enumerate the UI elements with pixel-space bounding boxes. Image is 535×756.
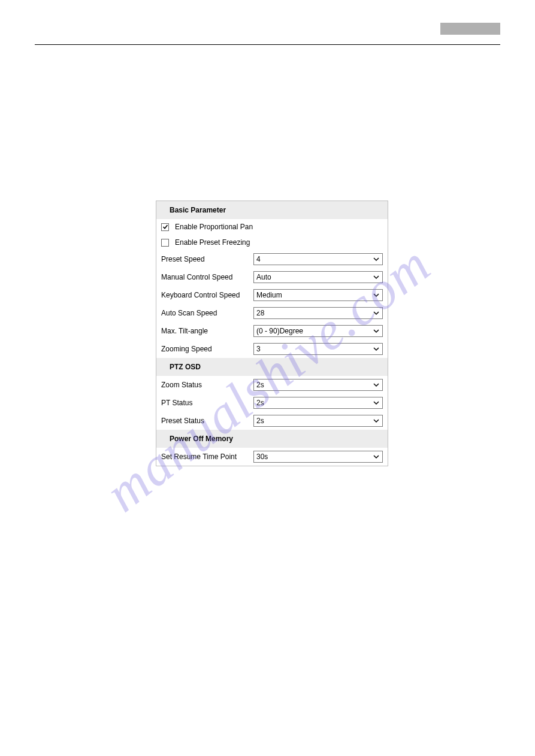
label-keyboard-control-speed: Keyboard Control Speed bbox=[161, 291, 250, 299]
select-zooming-speed[interactable]: 3 bbox=[253, 343, 383, 355]
select-preset-status[interactable]: 2s bbox=[253, 415, 383, 427]
row-enable-preset-freezing: Enable Preset Freezing bbox=[156, 235, 388, 250]
select-manual-control-speed[interactable]: Auto bbox=[253, 271, 383, 283]
chevron-down-icon bbox=[373, 311, 380, 315]
value-max-tilt-angle: (0 - 90)Degree bbox=[256, 327, 303, 335]
row-auto-scan-speed: Auto Scan Speed 28 bbox=[156, 304, 388, 322]
label-manual-control-speed: Manual Control Speed bbox=[161, 273, 250, 281]
value-pt-status: 2s bbox=[256, 399, 264, 407]
value-manual-control-speed: Auto bbox=[256, 273, 271, 281]
checkbox-enable-proportional-pan[interactable] bbox=[161, 223, 169, 231]
row-preset-speed: Preset Speed 4 bbox=[156, 250, 388, 268]
chevron-down-icon bbox=[373, 454, 380, 459]
value-preset-speed: 4 bbox=[256, 255, 261, 263]
chevron-down-icon bbox=[373, 275, 380, 280]
label-max-tilt-angle: Max. Tilt-angle bbox=[161, 327, 250, 335]
value-zooming-speed: 3 bbox=[256, 345, 261, 353]
checkbox-enable-preset-freezing[interactable] bbox=[161, 239, 169, 247]
label-preset-status: Preset Status bbox=[161, 417, 250, 425]
value-zoom-status: 2s bbox=[256, 381, 264, 389]
label-enable-preset-freezing: Enable Preset Freezing bbox=[175, 238, 250, 247]
select-max-tilt-angle[interactable]: (0 - 90)Degree bbox=[253, 325, 383, 337]
chevron-down-icon bbox=[373, 329, 380, 333]
chevron-down-icon bbox=[373, 418, 380, 423]
select-zoom-status[interactable]: 2s bbox=[253, 379, 383, 391]
label-preset-speed: Preset Speed bbox=[161, 255, 250, 263]
value-auto-scan-speed: 28 bbox=[256, 309, 264, 317]
row-pt-status: PT Status 2s bbox=[156, 394, 388, 412]
chevron-down-icon bbox=[373, 400, 380, 405]
row-max-tilt-angle: Max. Tilt-angle (0 - 90)Degree bbox=[156, 322, 388, 340]
settings-panel: Basic Parameter Enable Proportional Pan … bbox=[156, 201, 388, 466]
select-pt-status[interactable]: 2s bbox=[253, 397, 383, 409]
value-keyboard-control-speed: Medium bbox=[256, 291, 282, 299]
row-manual-control-speed: Manual Control Speed Auto bbox=[156, 268, 388, 286]
value-set-resume-time-point: 30s bbox=[256, 453, 268, 461]
chevron-down-icon bbox=[373, 293, 380, 297]
chevron-down-icon bbox=[373, 347, 380, 351]
row-keyboard-control-speed: Keyboard Control Speed Medium bbox=[156, 286, 388, 304]
page-header-bar bbox=[440, 23, 500, 35]
section-header-basic: Basic Parameter bbox=[156, 201, 388, 219]
row-zoom-status: Zoom Status 2s bbox=[156, 376, 388, 394]
section-header-power-off: Power Off Memory bbox=[156, 430, 388, 448]
select-set-resume-time-point[interactable]: 30s bbox=[253, 451, 383, 463]
label-enable-proportional-pan: Enable Proportional Pan bbox=[175, 223, 253, 231]
section-header-ptz-osd: PTZ OSD bbox=[156, 358, 388, 376]
label-set-resume-time-point: Set Resume Time Point bbox=[161, 453, 250, 461]
label-zooming-speed: Zooming Speed bbox=[161, 345, 250, 353]
label-zoom-status: Zoom Status bbox=[161, 381, 250, 389]
value-preset-status: 2s bbox=[256, 417, 264, 425]
select-auto-scan-speed[interactable]: 28 bbox=[253, 307, 383, 319]
row-zooming-speed: Zooming Speed 3 bbox=[156, 340, 388, 358]
select-keyboard-control-speed[interactable]: Medium bbox=[253, 289, 383, 301]
row-set-resume-time-point: Set Resume Time Point 30s bbox=[156, 448, 388, 466]
row-enable-proportional-pan: Enable Proportional Pan bbox=[156, 219, 388, 235]
label-auto-scan-speed: Auto Scan Speed bbox=[161, 309, 250, 317]
chevron-down-icon bbox=[373, 382, 380, 387]
page-divider bbox=[35, 44, 500, 45]
select-preset-speed[interactable]: 4 bbox=[253, 253, 383, 265]
label-pt-status: PT Status bbox=[161, 399, 250, 407]
chevron-down-icon bbox=[373, 257, 380, 262]
row-preset-status: Preset Status 2s bbox=[156, 412, 388, 430]
